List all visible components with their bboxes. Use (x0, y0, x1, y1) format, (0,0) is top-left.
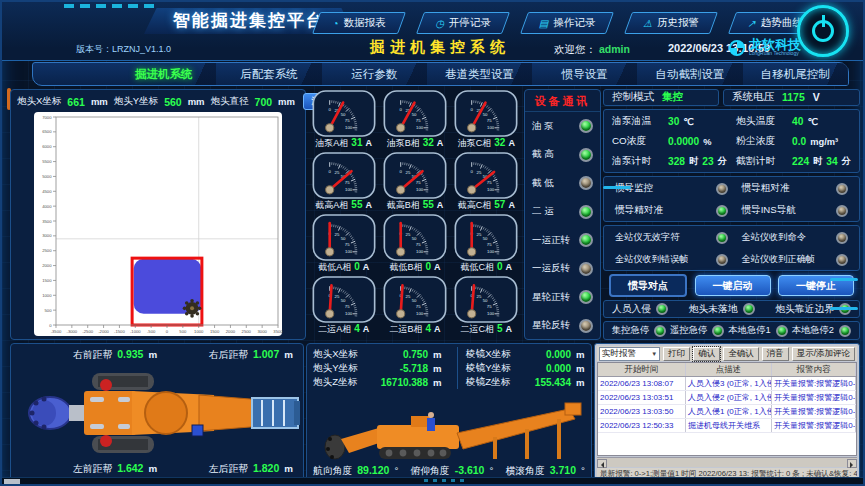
col-alarm-content[interactable]: 报警内容 (772, 363, 856, 376)
control-panel: 控制模式 集控 系统电压 1175 V 油泵油温30℃ CO浓度0.0000% … (603, 89, 860, 340)
local-estop-2: 本地急停2 (792, 324, 851, 337)
scroll-left-icon[interactable] (597, 459, 607, 468)
svg-text:50: 50 (483, 236, 488, 241)
app-root: 智能掘进集控平台 ◔数据报表 ◷开停记录 ▤操作记录 ⚠历史报警 ↗趋势曲线 版… (0, 0, 865, 486)
tab-backup-system[interactable]: 后配套系统 (216, 63, 321, 85)
svg-text:25: 25 (477, 232, 482, 237)
comm-item-oil-pump: 油 泵 (525, 112, 600, 141)
status-light (839, 325, 851, 337)
nav-operation-log-button[interactable]: ▤操作记录 (520, 12, 614, 34)
footer-decoration (424, 479, 464, 482)
svg-text:2000: 2000 (42, 263, 52, 268)
comment-button[interactable]: 显示/添加评论 (792, 347, 855, 361)
svg-text:100: 100 (487, 125, 495, 130)
svg-text:25: 25 (406, 232, 411, 237)
tab-roadway-type-settings[interactable]: 巷道类型设置 (427, 63, 532, 85)
alarm-row[interactable]: 2022/06/23 13:03:50人员入侵1 (0正常, 1入侵)开关量报警… (598, 405, 856, 419)
alarm-hscrollbar[interactable] (597, 457, 857, 467)
ins-point-button[interactable]: 惯导对点 (609, 274, 687, 297)
alarm-row[interactable]: 2022/06/23 13:08:07人员入侵3 (0正常, 1入侵)开关量报警… (598, 377, 856, 391)
gauge-unit: A (437, 200, 444, 210)
gauge-dial: 0255075100 (454, 90, 518, 137)
chevron-down-icon: ▼ (651, 351, 657, 357)
print-button[interactable]: 打印 (663, 347, 690, 361)
gauge-unit: A (506, 262, 513, 272)
gauge-unit: A (434, 262, 441, 272)
svg-text:500: 500 (45, 308, 53, 313)
power-icon-stem (822, 15, 825, 27)
svg-text:25: 25 (334, 170, 339, 175)
tab-ins-settings[interactable]: 惯导设置 (532, 63, 637, 85)
field-head-y-unit: mm (188, 96, 205, 107)
ack-button[interactable]: 确认 (693, 347, 720, 361)
gauge-value: 32 (423, 137, 434, 148)
gauge-value: 4 (354, 323, 360, 334)
roadheader-side-view (317, 391, 583, 463)
status-light (579, 290, 593, 304)
device-comm-panel: 设备通讯 油 泵 截 高 截 低 二 运 一运正转 一运反转 星轮正转 星轮反转 (524, 89, 601, 340)
nav-label: 历史报警 (657, 16, 699, 30)
header-decoration (64, 4, 154, 8)
gauge-cut-low-b: 0255075100截低B相0A (379, 213, 450, 275)
svg-text:-2500: -2500 (82, 329, 93, 334)
footer-scroll-stub (4, 479, 20, 484)
metrics-box: 油泵油温30℃ CO浓度0.0000% 油泵计时328时23分 炮头温度40℃ … (603, 109, 860, 173)
gauge-dial: 0255075100 (383, 152, 447, 199)
ins-coarse-align: 惯导粗对准 (735, 178, 856, 200)
gauge-value: 55 (351, 199, 362, 210)
svg-text:100: 100 (345, 187, 353, 192)
gauge-unit: A (508, 200, 515, 210)
tab-self-moving-tail-control[interactable]: 自移机尾控制 (743, 63, 848, 85)
svg-text:50: 50 (340, 236, 345, 241)
current-gauges-grid: 0255075100油泵A相31A 0255075100油泵B相32A 0255… (308, 89, 522, 340)
tab-roadheader-system[interactable]: 掘进机系统 (111, 63, 216, 85)
alarm-table-header: 开始时间 点描述 报警内容 (598, 363, 856, 377)
station-cmd-received: 全站仪收到命令 (735, 227, 856, 249)
svg-text:100: 100 (345, 311, 353, 316)
ins-status-box: 惯导监控 惯导粗对准 惯导精对准 惯导INS导航 (603, 176, 860, 222)
tab-run-parameters[interactable]: 运行参数 (322, 63, 427, 85)
gauge-unit: A (365, 138, 372, 148)
dist-right-front: 右前距帮0.935m (73, 348, 157, 362)
estop-status-row: 集控急停 遥控急停 本地急停1 本地急停2 (603, 321, 860, 340)
svg-text:25: 25 (406, 294, 411, 299)
status-light (656, 303, 668, 315)
brand-logo-icon (729, 40, 745, 56)
gauge-dial: 0255075100 (312, 214, 376, 261)
gauge-cut-high-c: 0255075100截高C相57A (451, 151, 522, 213)
scroll-right-icon[interactable] (847, 459, 857, 468)
svg-text:-2000: -2000 (98, 329, 109, 334)
mute-button[interactable]: 消音 (762, 347, 789, 361)
gauge-value: 0 (497, 261, 503, 272)
gauge-cut-low-c: 0255075100截低C相0A (451, 213, 522, 275)
comm-label: 二 运 (532, 205, 554, 218)
alarm-filter-select[interactable]: 实时报警▼ (599, 347, 660, 361)
field-head-y-label: 炮头Y坐标 (114, 95, 158, 108)
nav-history-alarm-button[interactable]: ⚠历史报警 (624, 12, 718, 34)
username: admin (599, 43, 630, 55)
power-button[interactable] (797, 5, 849, 57)
col-start-time[interactable]: 开始时间 (598, 363, 686, 376)
nav-data-report-button[interactable]: ◔数据报表 (312, 12, 406, 34)
svg-text:25: 25 (334, 294, 339, 299)
status-light (716, 205, 728, 217)
alarm-row[interactable]: 2022/06/23 13:03:51人员入侵2 (0正常, 1入侵)开关量报警… (598, 391, 856, 405)
system-voltage-label: 系统电压 (732, 90, 774, 104)
ack-all-button[interactable]: 全确认 (723, 347, 759, 361)
status-light (836, 183, 848, 195)
nav-start-stop-log-button[interactable]: ◷开停记录 (416, 12, 510, 34)
roll-angle: 横滚角度3.710° (506, 464, 585, 478)
alarm-row[interactable]: 2022/06/23 12:50:33掘进机母线开关维系开关量报警:报警逻辑0-… (598, 419, 856, 433)
svg-text:100: 100 (345, 125, 353, 130)
prism-coords: 棱镜X坐标0.000m 棱镜Y坐标0.000m 棱镜Z坐标155.434m (457, 347, 592, 389)
gauge-label: 截低B相 (389, 261, 422, 274)
attitude-angles: 航向角度89.120° 俯仰角度-3.610° 横滚角度3.710° (307, 464, 591, 478)
svg-text:75: 75 (416, 180, 421, 185)
col-point-desc[interactable]: 点描述 (686, 363, 772, 376)
comm-item-conveyor1-rev: 一运反转 (525, 255, 600, 284)
one-key-start-button[interactable]: 一键启动 (695, 275, 771, 296)
tab-auto-cutting-settings[interactable]: 自动截割设置 (637, 63, 742, 85)
svg-text:75: 75 (487, 304, 492, 309)
svg-text:1500: 1500 (42, 278, 52, 283)
svg-text:2500: 2500 (42, 248, 52, 253)
